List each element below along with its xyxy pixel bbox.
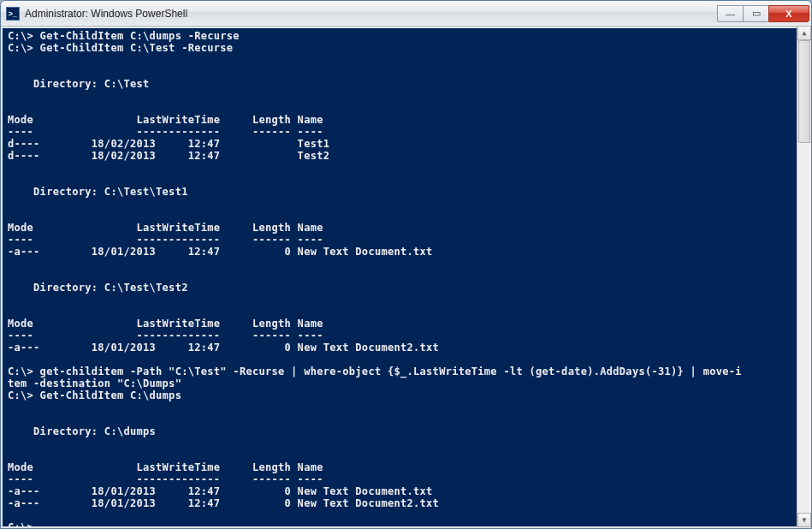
table-row: -a--- 18/01/2013 12:47 0 New Text Docume… — [8, 246, 433, 258]
table-separator: ---- ------------- ------ ---- — [8, 330, 323, 342]
table-separator: ---- ------------- ------ ---- — [8, 234, 323, 246]
terminal-output[interactable]: C:\> Get-ChildItem C:\dumps -Recurse C:\… — [1, 27, 811, 528]
directory-label: Directory: C:\dumps — [8, 425, 156, 437]
powershell-icon: >_ — [6, 7, 20, 21]
command-line: tem -destination "C:\Dumps" — [8, 377, 181, 389]
table-header: Mode LastWriteTime Length Name — [8, 114, 323, 126]
scroll-up-button[interactable]: ▲ — [797, 26, 811, 40]
minimize-icon: — — [726, 9, 735, 19]
table-row: -a--- 18/01/2013 12:47 0 New Text Docume… — [8, 342, 439, 354]
window-title: Administrator: Windows PowerShell — [25, 8, 717, 20]
prompt: C:\> — [8, 521, 40, 528]
maximize-icon: ▭ — [752, 8, 761, 19]
table-row: d---- 18/02/2013 12:47 Test2 — [8, 150, 329, 162]
directory-label: Directory: C:\Test\Test1 — [8, 186, 188, 198]
titlebar[interactable]: >_ Administrator: Windows PowerShell — ▭… — [1, 1, 811, 27]
close-button[interactable]: X — [768, 5, 809, 22]
chevron-up-icon: ▲ — [803, 29, 807, 37]
scrollbar-thumb[interactable] — [798, 40, 810, 143]
table-header: Mode LastWriteTime Length Name — [8, 222, 323, 234]
table-separator: ---- ------------- ------ ---- — [8, 473, 323, 485]
table-header: Mode LastWriteTime Length Name — [8, 461, 323, 473]
table-row: -a--- 18/01/2013 12:47 0 New Text Docume… — [8, 485, 433, 497]
chevron-down-icon: ▼ — [803, 516, 807, 524]
command-line: C:\> Get-ChildItem C:\dumps -Recurse — [8, 30, 240, 42]
minimize-button[interactable]: — — [717, 5, 743, 22]
command-line: C:\> Get-ChildItem C:\Test -Recurse — [8, 42, 233, 54]
powershell-window: >_ Administrator: Windows PowerShell — ▭… — [0, 0, 812, 529]
vertical-scrollbar[interactable]: ▲ ▼ — [797, 26, 811, 527]
maximize-button[interactable]: ▭ — [743, 5, 768, 22]
table-row: d---- 18/02/2013 12:47 Test1 — [8, 138, 329, 150]
directory-label: Directory: C:\Test — [8, 78, 150, 90]
scroll-down-button[interactable]: ▼ — [797, 513, 811, 527]
command-line: C:\> get-childitem -Path "C:\Test" -Recu… — [8, 366, 742, 377]
command-line: C:\> Get-ChildItem C:\dumps — [8, 389, 181, 401]
directory-label: Directory: C:\Test\Test2 — [8, 282, 188, 294]
window-controls: — ▭ X — [717, 5, 809, 22]
table-header: Mode LastWriteTime Length Name — [8, 318, 323, 330]
table-separator: ---- ------------- ------ ---- — [8, 126, 323, 138]
close-icon: X — [785, 9, 791, 19]
table-row: -a--- 18/01/2013 12:47 0 New Text Docume… — [8, 497, 439, 509]
scrollbar-track[interactable] — [797, 40, 811, 513]
